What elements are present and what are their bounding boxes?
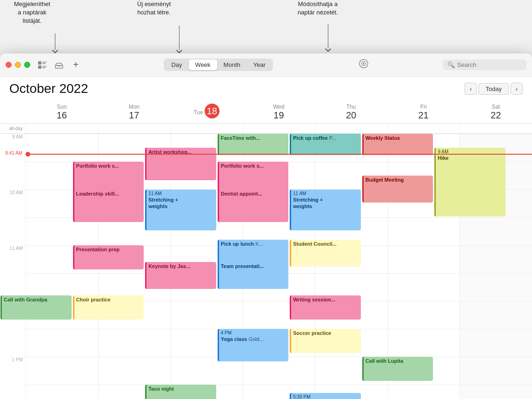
day-header-tue: Tue 18 [170, 101, 243, 124]
event-e12[interactable]: 11 AMStretching +weights [290, 190, 361, 230]
time-label-9 [0, 385, 26, 399]
svg-rect-5 [42, 67, 46, 68]
event-e1[interactable]: Artist workshop... [145, 148, 216, 180]
current-time-dot [26, 152, 30, 157]
time-cell-9-5[interactable] [387, 385, 460, 399]
current-time-line [26, 154, 532, 155]
close-button[interactable] [6, 62, 12, 68]
event-e23[interactable]: Call with Lupita [362, 357, 433, 381]
allday-row: all-day [0, 124, 532, 134]
allday-tue [170, 124, 243, 133]
inbox-icon[interactable] [53, 59, 66, 72]
day-header-sat: Sat 22 [459, 101, 532, 124]
minimize-button[interactable] [15, 62, 21, 68]
allday-fri [387, 124, 460, 133]
time-cell-8-0[interactable] [26, 357, 98, 385]
calendar-title: October 2022 [9, 81, 88, 96]
event-e15[interactable]: Student Council... [290, 240, 361, 267]
time-cell-6-2[interactable] [170, 301, 243, 329]
time-cell-9-6[interactable] [459, 385, 532, 399]
event-e18[interactable]: Call with Grandpa [0, 295, 72, 320]
time-cell-8-1[interactable] [98, 357, 171, 385]
current-time-label: 9:41 AM [0, 150, 24, 156]
time-cell-8-6[interactable] [459, 357, 532, 385]
event-e8[interactable]: Budget Meeting [362, 176, 433, 203]
callout-cal-list: Megjelenítheta naptáraklistáját. [14, 0, 50, 26]
day-header-mon: Mon 17 [98, 101, 171, 124]
time-cell-7-6[interactable] [459, 329, 532, 357]
event-e25[interactable]: 5:30 PMDrop offGrandma... [290, 393, 361, 399]
svg-rect-0 [38, 61, 41, 65]
allday-label: all-day [0, 124, 26, 133]
time-label-3 [0, 217, 26, 245]
today-button[interactable]: Today [479, 83, 509, 95]
event-e24[interactable]: Taco night [145, 385, 216, 399]
time-cell-9-0[interactable] [26, 385, 98, 399]
titlebar: + Day Week Month Year 🔍 [0, 53, 532, 77]
calendar-window: + Day Week Month Year 🔍 October 2022 ‹ T… [0, 53, 532, 399]
toolbar-icons: + [36, 59, 82, 72]
event-e13[interactable]: Presentation prep [73, 245, 144, 269]
day-header-sun: Sun 16 [26, 101, 98, 124]
time-label-7 [0, 329, 26, 357]
time-cell-5-5[interactable] [387, 273, 460, 301]
svg-rect-6 [55, 65, 63, 68]
event-e19[interactable]: Choir practice [73, 295, 144, 320]
next-button[interactable]: › [511, 83, 523, 95]
time-cell-4-6[interactable] [459, 245, 532, 273]
time-cell-6-5[interactable] [387, 301, 460, 329]
day-headers: Sun 16 Mon 17 Tue 18 Wed 19 Thu 20 Fri 2… [0, 101, 532, 124]
view-week-button[interactable]: Week [189, 59, 217, 70]
time-rows: 9 AM10 AM11 AMNoon1 PM2 PM3 PM4 PM5 PM6 … [0, 134, 532, 399]
time-cell-3-6[interactable] [459, 217, 532, 245]
allday-sat [459, 124, 532, 133]
focus-mode-icon[interactable] [359, 59, 369, 71]
view-switcher: Day Week Month Year [164, 59, 273, 71]
event-e20[interactable]: Writing session... [290, 295, 361, 320]
time-label-4: 11 AM [0, 245, 26, 273]
time-cell-5-6[interactable] [459, 273, 532, 301]
traffic-lights [6, 62, 30, 68]
allday-sun [26, 124, 98, 133]
view-day-button[interactable]: Day [165, 59, 188, 70]
event-e2[interactable]: FaceTime with... [218, 134, 289, 155]
event-e22[interactable]: Soccer practice [290, 329, 361, 353]
event-e16[interactable]: Keynote by Jas... [145, 262, 216, 289]
time-cell-3-5[interactable] [387, 217, 460, 245]
svg-rect-3 [38, 65, 41, 69]
time-cell-7-1[interactable] [98, 329, 171, 357]
time-label-0: 9 AM [0, 134, 26, 162]
svg-rect-1 [42, 62, 47, 63]
view-year-button[interactable]: Year [247, 59, 272, 70]
event-e4[interactable]: Weekly Status [362, 134, 433, 155]
event-e21[interactable]: 4 PMYoga class Gold... [218, 329, 289, 361]
time-cell-0-0[interactable] [26, 134, 98, 162]
callout-change-view: Módosíthatja anaptár nézetét. [298, 0, 338, 17]
search-input[interactable] [457, 61, 522, 68]
event-e10[interactable]: 11 AMStretching +weights [145, 190, 216, 230]
view-month-button[interactable]: Month [217, 59, 247, 70]
day-header-fri: Fri 21 [387, 101, 460, 124]
event-e17[interactable]: Team presentati... [218, 262, 289, 289]
calendar-grid: Sun 16 Mon 17 Tue 18 Wed 19 Thu 20 Fri 2… [0, 101, 532, 399]
calendar-list-icon[interactable] [36, 59, 49, 72]
time-cell-7-5[interactable] [387, 329, 460, 357]
day-header-wed: Wed 19 [243, 101, 315, 124]
allday-mon [98, 124, 171, 133]
time-label-2: 10 AM [0, 190, 26, 217]
calendar-header: October 2022 ‹ Today › [0, 77, 532, 101]
prev-button[interactable]: ‹ [465, 83, 477, 95]
time-grid: 9 AM10 AM11 AMNoon1 PM2 PM3 PM4 PM5 PM6 … [0, 134, 532, 399]
svg-point-9 [363, 63, 364, 65]
time-cell-4-5[interactable] [387, 245, 460, 273]
event-e5[interactable]: 9 AMHike [434, 148, 505, 216]
time-label-8: 1 PM [0, 357, 26, 385]
time-cell-6-6[interactable] [459, 301, 532, 329]
time-cell-7-0[interactable] [26, 329, 98, 357]
fullscreen-button[interactable] [24, 62, 30, 68]
event-e11[interactable]: Dentist appoint... [218, 190, 289, 222]
add-event-button[interactable]: + [69, 59, 82, 72]
event-e9[interactable]: Leadership skill... [73, 190, 144, 222]
search-bar[interactable]: 🔍 [443, 59, 526, 70]
event-e3[interactable]: Pick up coffee P... [290, 134, 361, 155]
